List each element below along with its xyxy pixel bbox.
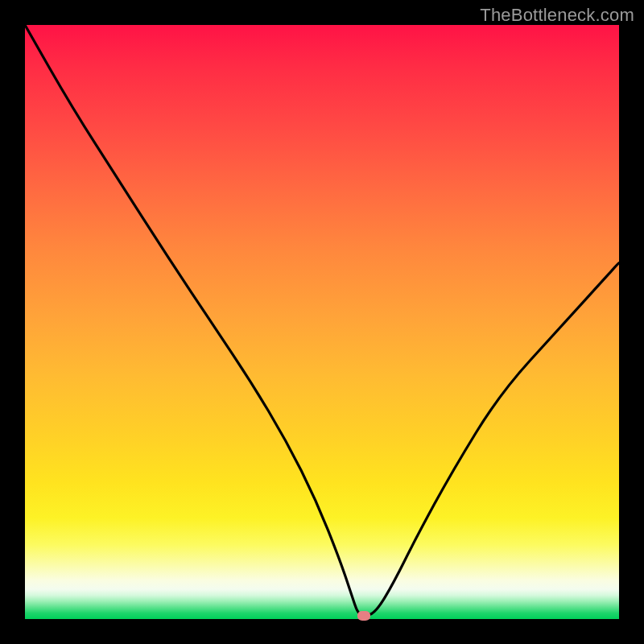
plot-area [25,25,619,619]
chart-frame: TheBottleneck.com [0,0,644,644]
curve-path [25,25,619,615]
watermark-label: TheBottleneck.com [480,5,634,26]
bottleneck-curve [25,25,619,619]
optimal-point-marker [357,611,370,621]
